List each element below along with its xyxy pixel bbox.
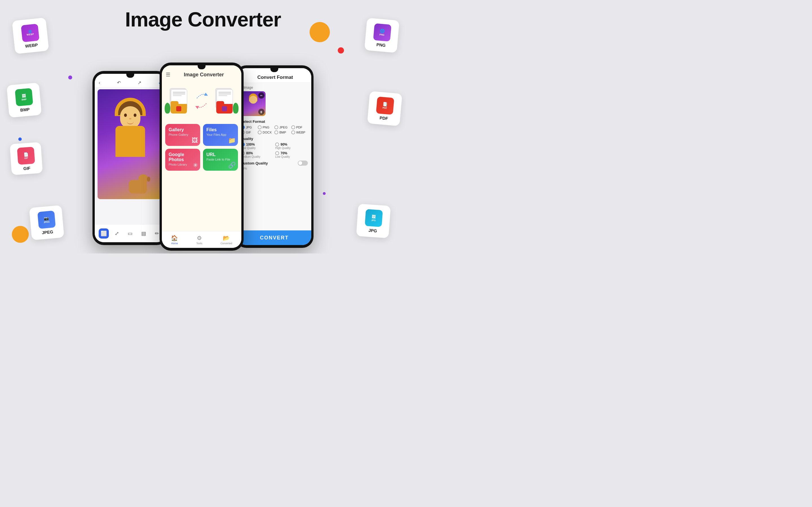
tool-crop-btn[interactable]: ⬜	[99, 228, 109, 238]
format-webp[interactable]: WEBP	[291, 130, 308, 134]
nav-home[interactable]: 🏠 Home	[171, 235, 178, 245]
left-image-area	[98, 89, 163, 199]
quality-100-desc: Max Quality	[241, 147, 273, 150]
url-icon: 🔗	[228, 162, 236, 169]
back-icon[interactable]: ‹	[99, 80, 100, 86]
radio-jpeg[interactable]	[274, 125, 278, 129]
doc-line2	[173, 94, 185, 94]
quality-70[interactable]: 70% Low Quality	[275, 151, 308, 158]
format-webp-label: WEBP	[296, 131, 305, 134]
png-label: PNG	[376, 42, 386, 48]
deco-circle-red-top	[338, 47, 344, 54]
center-illustration	[162, 80, 241, 122]
convert-button[interactable]: CONVERT	[238, 230, 311, 245]
menu-tile-files[interactable]: Files Your Files App 📁	[203, 124, 238, 146]
doc-icon-purple	[222, 106, 227, 111]
folder-tab-r	[216, 101, 224, 105]
format-png[interactable]: PNG	[258, 125, 274, 129]
format-gif-label: GIF	[246, 131, 251, 134]
phone-right-screen: ‹ Convert Format 1 Image ✏ 🗑 Selec	[238, 68, 311, 245]
webp-label: WEBP	[25, 42, 38, 48]
eye-right	[134, 114, 137, 117]
arrow-up	[195, 92, 209, 100]
custom-quality-value: 50%	[241, 167, 308, 170]
radio-90[interactable]	[275, 143, 279, 147]
smile	[127, 121, 134, 124]
left-bottom-bar: ⬜ ⤢ ▭ ▤ ✏	[95, 224, 166, 242]
radio-docx[interactable]	[258, 130, 262, 134]
files-icon: 📁	[228, 137, 236, 144]
deco-circle-purple-sm	[323, 192, 326, 195]
doc-stack-right	[214, 88, 235, 114]
center-title: Image Converter	[184, 72, 224, 78]
menu-tile-gallery[interactable]: Gallery Phone Gallery 🖼	[165, 124, 200, 146]
plant-left	[165, 103, 170, 114]
gphotos-sub: Photo Library	[168, 163, 197, 166]
quality-80[interactable]: 80% Medium Quality	[241, 151, 273, 158]
center-bottom-nav: 🏠 Home ⚙ Tools 📂 Converted	[162, 231, 241, 248]
menu-grid: Gallery Phone Gallery 🖼 Files Your Files…	[162, 122, 241, 173]
radio-bmp[interactable]	[274, 130, 278, 134]
deco-circle-blue-sm	[18, 137, 22, 141]
phone-center: ☰ Image Converter	[160, 62, 244, 251]
undo-icon[interactable]: ↶	[117, 80, 121, 86]
format-png-label: PNG	[263, 126, 269, 129]
pdf-icon: 📑 PDF	[376, 97, 394, 115]
deco-circle-orange-bot	[12, 226, 29, 243]
converted-icon: 📂	[223, 235, 230, 241]
jpg-label: JPG	[368, 228, 377, 233]
format-card-png: 🌐 PNG PNG	[364, 18, 400, 53]
share-icon[interactable]: ↗	[138, 80, 141, 86]
dog-ear	[147, 177, 150, 182]
r-doc-line3	[218, 95, 227, 96]
menu-tile-gphotos[interactable]: Google Photos Photo Library ✳	[165, 149, 200, 171]
quality-100[interactable]: 100% Max Quality	[241, 143, 273, 150]
pdf-label: PDF	[379, 115, 388, 121]
nav-converted[interactable]: 📂 Converted	[220, 235, 232, 245]
quality-80-desc: Medium Quality	[241, 155, 273, 158]
r-doc-line2	[218, 94, 231, 94]
menu-tile-url[interactable]: URL Paste Link to File 🔗	[203, 149, 238, 171]
quality-80-val: 80%	[246, 151, 253, 155]
gif-label: GIF	[23, 166, 31, 171]
quality-90-val: 90%	[281, 143, 287, 147]
thumb-edit-btn[interactable]: ✏	[258, 93, 264, 99]
dog-head	[139, 174, 148, 183]
jpeg-label: JPEG	[42, 229, 53, 235]
quality-label: Quality	[241, 136, 308, 141]
radio-70[interactable]	[275, 151, 279, 155]
doc-line1	[173, 92, 185, 93]
format-options: JPG PNG JPEG PDF	[241, 125, 308, 134]
format-bmp[interactable]: BMP	[274, 130, 291, 134]
custom-quality-row: Custom Quality	[241, 161, 308, 166]
nav-tools-label: Tools	[196, 242, 202, 245]
radio-pdf[interactable]	[291, 125, 295, 129]
gallery-sub: Phone Gallery	[168, 133, 197, 136]
preview-thumbnail: ✏ 🗑	[241, 91, 266, 116]
files-title: Files	[206, 127, 235, 132]
tool-resize-btn[interactable]: ⤢	[112, 228, 122, 238]
format-jpg-label: JPG	[246, 126, 252, 129]
quality-90[interactable]: 90% High Quality	[275, 143, 308, 150]
convert-label: CONVERT	[260, 235, 289, 241]
tool-grid-btn[interactable]: ▤	[139, 228, 149, 238]
jpeg-icon: 📷 JPEG	[37, 211, 56, 229]
tool-frame-btn[interactable]: ▭	[125, 228, 135, 238]
format-bmp-label: BMP	[280, 131, 286, 134]
format-docx[interactable]: DOCX	[258, 130, 274, 134]
conversion-arrows	[195, 92, 209, 110]
format-jpeg-label: JPEG	[280, 126, 288, 129]
url-title: URL	[206, 152, 235, 157]
radio-png[interactable]	[258, 125, 262, 129]
radio-webp[interactable]	[291, 130, 295, 134]
doc-line3	[173, 95, 182, 96]
thumb-delete-btn[interactable]: 🗑	[258, 109, 264, 115]
deco-circle-purple	[68, 75, 72, 79]
hamburger-icon[interactable]: ☰	[166, 71, 170, 78]
thumb-face	[249, 96, 257, 104]
nav-tools[interactable]: ⚙ Tools	[196, 235, 202, 245]
format-pdf[interactable]: PDF	[291, 125, 308, 129]
arrow-down	[195, 102, 209, 110]
format-jpeg[interactable]: JPEG	[274, 125, 291, 129]
custom-quality-toggle[interactable]	[298, 161, 308, 166]
